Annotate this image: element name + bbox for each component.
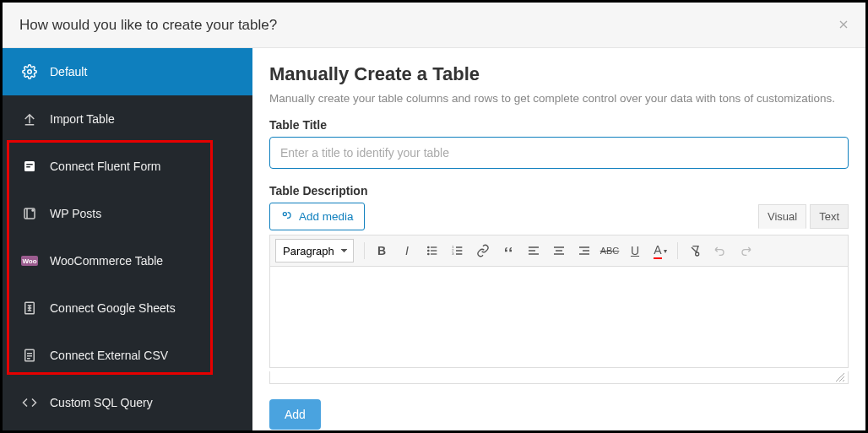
resize-handle[interactable] xyxy=(269,371,849,384)
modal-title: How would you like to create your table? xyxy=(19,17,277,34)
sheet-icon xyxy=(21,300,38,317)
main-content: Manually Create a Table Manually create … xyxy=(252,48,865,430)
file-icon xyxy=(21,347,38,364)
svg-point-0 xyxy=(28,70,32,74)
table-title-label: Table Title xyxy=(269,118,849,132)
posts-icon xyxy=(21,205,38,222)
page-heading: Manually Create a Table xyxy=(269,63,849,85)
align-right-button[interactable] xyxy=(572,239,596,263)
editor-toolbar-row: Add media Visual Text xyxy=(269,203,849,230)
sidebar-item-label: WP Posts xyxy=(50,207,101,220)
code-icon xyxy=(21,394,38,411)
svg-point-15 xyxy=(696,252,699,256)
tab-text[interactable]: Text xyxy=(810,204,849,229)
sidebar-item-label: Import Table xyxy=(50,112,115,126)
editor-toolbar: Paragraph B I 123 ABC U A▾ xyxy=(269,235,849,267)
sidebar-item-label: WooCommerce Table xyxy=(50,254,163,268)
sidebar-item-label: Connect External CSV xyxy=(50,349,168,362)
sidebar-item-custom-sql-query[interactable]: Custom SQL Query xyxy=(3,379,252,426)
description-editor[interactable] xyxy=(269,267,849,368)
italic-button[interactable]: I xyxy=(395,239,419,263)
toolbar-separator xyxy=(677,242,678,259)
sidebar-item-label: Default xyxy=(50,65,87,78)
sidebar-item-default[interactable]: Default xyxy=(3,48,252,95)
bullet-list-button[interactable] xyxy=(420,239,444,263)
sidebar: Default Import Table Connect Fluent Form… xyxy=(3,48,252,430)
sidebar-item-connect-external-csv[interactable]: Connect External CSV xyxy=(3,332,252,379)
sidebar-item-connect-fluent-form[interactable]: Connect Fluent Form xyxy=(3,143,252,190)
modal-dialog: How would you like to create your table?… xyxy=(0,0,868,433)
modal-header: How would you like to create your table? xyxy=(3,3,865,48)
form-icon xyxy=(21,158,38,175)
svg-point-9 xyxy=(428,246,429,247)
page-subtitle: Manually create your table columns and r… xyxy=(269,92,849,105)
gear-icon xyxy=(21,63,38,80)
sidebar-item-wp-posts[interactable]: WP Posts xyxy=(3,190,252,237)
svg-point-11 xyxy=(428,253,429,254)
add-button[interactable]: Add xyxy=(269,399,321,430)
strikethrough-button[interactable]: ABC xyxy=(598,239,621,263)
format-select[interactable]: Paragraph xyxy=(275,239,354,263)
upload-icon xyxy=(21,111,38,127)
underline-button[interactable]: U xyxy=(623,239,647,263)
sidebar-item-label: Custom SQL Query xyxy=(50,396,153,409)
undo-button[interactable] xyxy=(708,239,732,263)
svg-point-5 xyxy=(32,210,34,212)
modal-body: Default Import Table Connect Fluent Form… xyxy=(3,48,865,430)
sidebar-item-label: Connect Google Sheets xyxy=(50,301,176,315)
toolbar-separator xyxy=(364,242,365,259)
svg-point-8 xyxy=(283,213,286,216)
sidebar-item-label: Connect Fluent Form xyxy=(50,160,161,173)
svg-rect-2 xyxy=(26,164,33,165)
table-title-input[interactable] xyxy=(269,137,849,169)
svg-text:3: 3 xyxy=(452,252,454,256)
woocommerce-icon: Woo xyxy=(21,252,38,269)
redo-button[interactable] xyxy=(734,239,757,263)
align-left-button[interactable] xyxy=(522,239,545,263)
align-center-button[interactable] xyxy=(547,239,571,263)
blockquote-button[interactable] xyxy=(496,239,520,263)
sidebar-item-import-table[interactable]: Import Table xyxy=(3,95,252,143)
add-media-button[interactable]: Add media xyxy=(269,203,365,230)
sidebar-item-connect-google-sheets[interactable]: Connect Google Sheets xyxy=(3,284,252,332)
tab-visual[interactable]: Visual xyxy=(758,204,806,229)
svg-rect-3 xyxy=(26,166,30,168)
add-media-label: Add media xyxy=(299,210,354,223)
link-button[interactable] xyxy=(471,239,495,263)
sidebar-item-woocommerce-table[interactable]: Woo WooCommerce Table xyxy=(3,237,252,284)
text-color-button[interactable]: A▾ xyxy=(648,239,672,263)
bold-button[interactable]: B xyxy=(370,239,393,263)
close-button[interactable] xyxy=(837,18,850,35)
table-description-label: Table Description xyxy=(269,184,849,198)
editor-tabs: Visual Text xyxy=(758,204,849,229)
svg-point-10 xyxy=(428,250,429,251)
clear-formatting-button[interactable] xyxy=(683,239,707,263)
numbered-list-button[interactable]: 123 xyxy=(446,239,469,263)
media-icon xyxy=(280,208,294,225)
